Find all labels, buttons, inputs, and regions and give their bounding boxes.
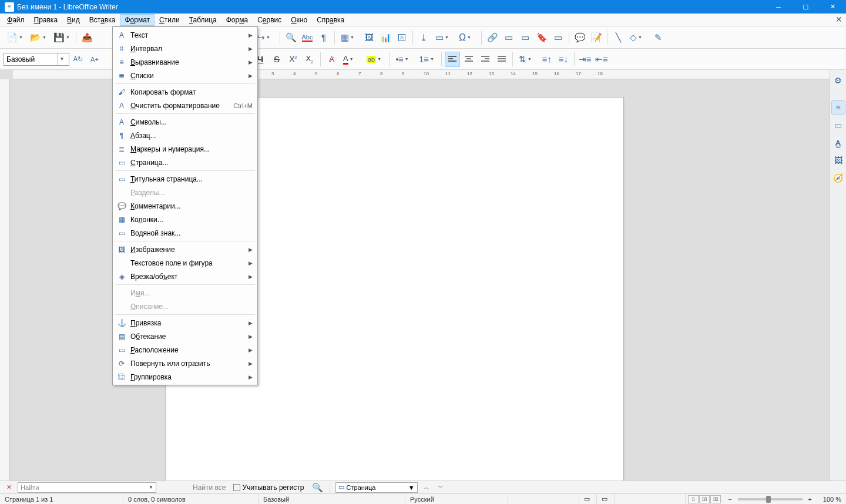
formatting-marks-button[interactable]: ¶ — [316, 30, 331, 45]
menu-форма[interactable]: Форма — [221, 14, 253, 26]
nav-next-button[interactable]: ﹀ — [435, 482, 446, 493]
special-char-button[interactable]: Ω▼ — [456, 30, 478, 45]
menu-файл[interactable]: Файл — [2, 14, 29, 26]
subscript-button[interactable]: X2 — [302, 52, 317, 67]
menu-окно[interactable]: Окно — [286, 14, 312, 26]
find-all-label[interactable]: Найти все — [193, 483, 226, 492]
menu-item-изображение[interactable]: 🖼Изображение▶ — [113, 243, 257, 256]
spellcheck-button[interactable]: Abc — [300, 30, 315, 45]
draw-functions-button[interactable]: ✎ — [650, 30, 666, 45]
selection-mode-status[interactable]: ▭ — [579, 494, 597, 504]
strikethrough-button[interactable]: S — [269, 52, 284, 67]
navigation-combo[interactable]: ▭Страница ▼ — [335, 482, 418, 493]
maximize-button[interactable]: ▢ — [792, 0, 819, 14]
increase-indent-button[interactable]: ⇥≡ — [578, 52, 593, 67]
menu-item-группировка[interactable]: ⿻Группировка▶ — [113, 370, 257, 384]
align-right-button[interactable] — [478, 52, 493, 67]
menu-сервис[interactable]: Сервис — [253, 14, 286, 26]
menu-item-повернуть-или-отразить[interactable]: ⟳Повернуть или отразить▶ — [113, 357, 257, 370]
clear-formatting-button[interactable]: A̷ — [324, 52, 339, 67]
menu-таблица[interactable]: Таблица — [184, 14, 221, 26]
book-view[interactable]: ▯▯ — [710, 495, 721, 503]
zoom-slider[interactable] — [738, 498, 803, 500]
menu-item-обтекание[interactable]: ▤Обтекание▶ — [113, 330, 257, 343]
signature-status[interactable]: ▭ — [597, 494, 615, 504]
decrease-indent-button[interactable]: ⇤≡ — [594, 52, 609, 67]
menu-item-текстовое-поле-и-фигура[interactable]: Текстовое поле и фигура▶ — [113, 256, 257, 270]
new-style-button[interactable]: A+ — [87, 52, 102, 67]
single-page-view[interactable]: ▯ — [688, 495, 699, 503]
bullet-list-button[interactable]: ⦁≡▼ — [392, 52, 415, 67]
menu-item-текст[interactable]: AТекст▶ — [113, 28, 257, 42]
sidebar-styles-icon[interactable]: A̲ — [831, 136, 845, 150]
align-justify-button[interactable] — [494, 52, 509, 67]
menu-вставка[interactable]: Вставка — [85, 14, 120, 26]
align-center-button[interactable] — [461, 52, 476, 67]
close-document-button[interactable]: ✕ — [835, 15, 842, 24]
page-status[interactable]: Страница 1 из 1 — [0, 494, 123, 504]
table-button[interactable]: ▦▼ — [338, 30, 360, 45]
match-case-checkbox[interactable]: Учитывать регистр — [233, 483, 304, 492]
menu-item-списки[interactable]: ≣Списки▶ — [113, 69, 257, 82]
footnote-button[interactable]: ▭ — [501, 30, 516, 45]
zoom-level[interactable]: 100 % — [817, 494, 846, 504]
menu-item-привязка[interactable]: ⚓Привязка▶ — [113, 316, 257, 330]
font-color-button[interactable]: A▼ — [340, 52, 362, 67]
cross-ref-button[interactable]: ▭ — [550, 30, 566, 45]
menu-item-титульная-страница---[interactable]: ▭Титульная страница... — [113, 172, 257, 186]
numbered-list-button[interactable]: 1≡▼ — [416, 52, 438, 67]
find-replace-button[interactable]: 🔍 — [283, 30, 298, 45]
menu-формат[interactable]: Формат — [120, 14, 155, 26]
superscript-button[interactable]: X2 — [286, 52, 301, 67]
align-left-button[interactable] — [445, 52, 460, 67]
menu-item-абзац---[interactable]: ¶Абзац... — [113, 129, 257, 142]
menu-item-выравнивание[interactable]: ≡Выравнивание▶ — [113, 55, 257, 69]
menu-item-маркеры-и-нумерация---[interactable]: ≣Маркеры и нумерация... — [113, 142, 257, 156]
sidebar-page-icon[interactable]: ▭ — [831, 118, 845, 132]
menu-справка[interactable]: Справка — [312, 14, 349, 26]
menu-item-интервал[interactable]: ⇳Интервал▶ — [113, 42, 257, 55]
menu-item-водяной-знак---[interactable]: ▭Водяной знак... — [113, 226, 257, 240]
menu-item-страница---[interactable]: ▭Страница... — [113, 156, 257, 169]
menu-item-символы---[interactable]: AСимволы... — [113, 115, 257, 129]
chart-button[interactable]: 📊 — [378, 30, 393, 45]
save-button[interactable]: 💾▼ — [51, 30, 73, 45]
line-button[interactable]: ╲ — [610, 30, 626, 45]
endnote-button[interactable]: ▭ — [518, 30, 533, 45]
find-input[interactable]: Найти ▼ — [18, 482, 156, 493]
page-break-button[interactable]: ⤓ — [416, 30, 431, 45]
menu-item-расположение[interactable]: ▭Расположение▶ — [113, 343, 257, 357]
highlight-button[interactable]: ab▼ — [364, 52, 386, 67]
close-findbar-button[interactable]: ✕ — [4, 482, 14, 493]
nav-prev-button[interactable]: ︿ — [421, 482, 432, 493]
image-button[interactable]: 🖼 — [361, 30, 377, 45]
decrease-spacing-button[interactable]: ≡↓ — [556, 52, 571, 67]
track-changes-button[interactable]: 📝 — [589, 30, 604, 45]
multi-page-view[interactable]: ▯▯ — [699, 495, 710, 503]
zoom-in-button[interactable]: + — [806, 496, 814, 503]
zoom-out-button[interactable]: − — [726, 496, 734, 503]
bookmark-button[interactable]: 🔖 — [534, 30, 549, 45]
new-button[interactable]: 📄▼ — [4, 30, 26, 45]
minimize-button[interactable]: ─ — [765, 0, 792, 14]
sidebar-settings-icon[interactable]: ⚙ — [831, 73, 845, 88]
increase-spacing-button[interactable]: ≡↑ — [539, 52, 555, 67]
export-pdf-button[interactable]: 📤 — [79, 30, 95, 45]
menu-item-комментарии---[interactable]: 💬Комментарии... — [113, 199, 257, 213]
hyperlink-button[interactable]: 🔗 — [485, 30, 500, 45]
menu-стили[interactable]: Стили — [155, 14, 184, 26]
find-options-button[interactable]: 🔍 — [311, 482, 324, 493]
update-style-button[interactable]: A↻ — [70, 52, 86, 67]
page-style-status[interactable]: Базовый — [258, 494, 405, 504]
line-spacing-button[interactable]: ⇅▼ — [516, 52, 538, 67]
vertical-ruler[interactable] — [0, 79, 9, 481]
menu-item-копировать-формат[interactable]: 🖌Копировать формат — [113, 85, 257, 99]
menu-вид[interactable]: Вид — [62, 14, 85, 26]
word-count-status[interactable]: 0 слов, 0 символов — [123, 494, 258, 504]
field-button[interactable]: ▭▼ — [432, 30, 455, 45]
comment-button[interactable]: 💬 — [572, 30, 588, 45]
paragraph-style-combo[interactable]: Базовый ▼ — [4, 53, 69, 66]
shapes-button[interactable]: ◇▼ — [627, 30, 649, 45]
menu-item-колонки---[interactable]: ▦Колонки... — [113, 213, 257, 226]
menu-правка[interactable]: Правка — [29, 14, 63, 26]
